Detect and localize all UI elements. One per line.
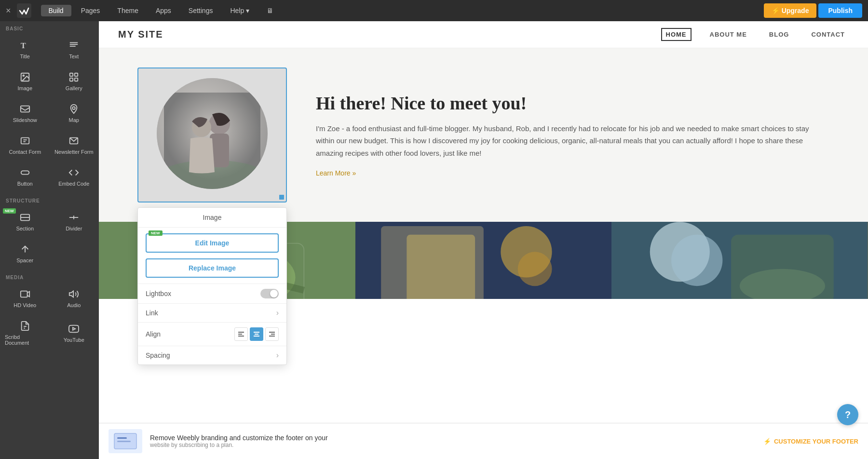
tab-help[interactable]: Help ▾ bbox=[222, 5, 257, 16]
sidebar-item-embed-code[interactable]: Embed Code bbox=[50, 162, 98, 192]
new-badge: NEW bbox=[3, 208, 16, 214]
top-navigation: × Build Pages Theme Apps Settings Help ▾… bbox=[0, 0, 868, 21]
sidebar-item-spacer-label: Spacer bbox=[16, 257, 33, 263]
sidebar-item-divider-label: Divider bbox=[66, 226, 82, 231]
hero-learn-more-link[interactable]: Learn More » bbox=[316, 169, 356, 177]
site-navigation: HOME ABOUT ME BLOG CONTACT bbox=[661, 28, 849, 41]
svg-rect-11 bbox=[21, 106, 29, 112]
sidebar-item-newsletter-label: Newsletter Form bbox=[54, 149, 94, 155]
nav-item-contact[interactable]: CONTACT bbox=[807, 29, 849, 40]
sidebar-section-media: MEDIA bbox=[0, 270, 99, 282]
align-center-button[interactable] bbox=[250, 327, 263, 341]
sidebar-structure-grid: NEW Section Divider Spacer bbox=[0, 205, 99, 270]
sidebar-section-structure: STRUCTURE bbox=[0, 193, 99, 205]
sidebar-item-map[interactable]: Map bbox=[50, 98, 98, 129]
sidebar-item-divider[interactable]: Divider bbox=[50, 206, 98, 237]
replace-image-button[interactable]: Replace Image bbox=[146, 258, 279, 278]
svg-point-55 bbox=[671, 235, 722, 286]
link-label: Link bbox=[146, 309, 276, 317]
sidebar-item-button-label: Button bbox=[17, 181, 33, 187]
sidebar-item-audio[interactable]: Audio bbox=[50, 283, 98, 314]
link-row[interactable]: Link › bbox=[138, 303, 286, 322]
spacing-row[interactable]: Spacing › bbox=[138, 346, 286, 364]
sidebar-item-slideshow-label: Slideshow bbox=[13, 117, 37, 123]
sidebar-item-section-label: Section bbox=[16, 226, 34, 231]
device-toggle[interactable]: 🖥 bbox=[259, 5, 281, 16]
sidebar-item-youtube-label: YouTube bbox=[64, 337, 84, 343]
site-header: MY SITE HOME ABOUT ME BLOG CONTACT bbox=[99, 21, 868, 48]
couple-photo bbox=[157, 78, 268, 189]
svg-rect-13 bbox=[21, 138, 29, 144]
lightbox-toggle[interactable] bbox=[260, 289, 279, 298]
toggle-knob bbox=[270, 290, 278, 297]
website-preview: MY SITE HOME ABOUT ME BLOG CONTACT bbox=[99, 21, 868, 459]
footer-banner-title: Remove Weebly branding and customize the… bbox=[150, 434, 756, 442]
upgrade-button[interactable]: ⚡ Upgrade bbox=[764, 3, 817, 18]
weebly-logo bbox=[17, 3, 31, 18]
sidebar-item-image-label: Image bbox=[17, 85, 32, 91]
food-image-2 bbox=[355, 222, 612, 299]
image-circle bbox=[157, 78, 268, 189]
sidebar-media-grid: HD Video Audio Scribd Document YouTube bbox=[0, 282, 99, 352]
svg-point-52 bbox=[517, 252, 552, 286]
align-right-button[interactable] bbox=[265, 327, 279, 341]
sidebar-item-audio-label: Audio bbox=[67, 302, 81, 308]
footer-banner-subtitle: website by subscribing to a plan. bbox=[150, 442, 756, 448]
hero-heading: Hi there! Nice to meet you! bbox=[316, 93, 829, 114]
sidebar-item-map-label: Map bbox=[69, 117, 79, 123]
sidebar-item-contact-form[interactable]: Contact Form bbox=[1, 130, 49, 161]
nav-item-about[interactable]: ABOUT ME bbox=[706, 29, 751, 40]
site-body: Image NEW Edit Image Replace Image Light… bbox=[99, 48, 868, 299]
tab-pages[interactable]: Pages bbox=[73, 5, 108, 16]
sidebar-item-youtube[interactable]: YouTube bbox=[50, 315, 98, 351]
customize-footer-button[interactable]: ⚡ CUSTOMIZE YOUR FOOTER bbox=[763, 438, 858, 445]
spacing-label: Spacing bbox=[146, 351, 276, 359]
resize-handle[interactable] bbox=[279, 195, 284, 200]
sidebar-item-scribd-label: Scribd Document bbox=[5, 334, 45, 346]
sidebar-item-contact-form-label: Contact Form bbox=[9, 149, 41, 155]
sidebar-item-title-label: Title bbox=[20, 54, 30, 59]
image-widget[interactable] bbox=[137, 68, 287, 202]
svg-rect-9 bbox=[70, 78, 73, 81]
help-fab-button[interactable]: ? bbox=[837, 404, 858, 425]
nav-item-home[interactable]: HOME bbox=[661, 28, 692, 41]
sidebar-item-slideshow[interactable]: Slideshow bbox=[1, 98, 49, 129]
sidebar-item-image[interactable]: Image bbox=[1, 66, 49, 97]
footer-banner-text: Remove Weebly branding and customize the… bbox=[150, 434, 756, 448]
sidebar-item-section[interactable]: NEW Section bbox=[1, 206, 49, 237]
sidebar-item-text[interactable]: Text bbox=[50, 34, 98, 65]
image-widget-container: Image NEW Edit Image Replace Image Light… bbox=[137, 68, 287, 202]
site-title: MY SITE bbox=[118, 29, 163, 40]
sidebar-item-text-label: Text bbox=[69, 54, 79, 59]
sidebar-item-hd-video[interactable]: HD Video bbox=[1, 283, 49, 314]
sidebar-item-button[interactable]: Button bbox=[1, 162, 49, 192]
sidebar-item-spacer[interactable]: Spacer bbox=[1, 238, 49, 269]
close-button[interactable]: × bbox=[6, 6, 11, 16]
hero-body: I'm Zoe - a food enthusiast and full-tim… bbox=[316, 122, 829, 160]
lightbox-row[interactable]: Lightbox bbox=[138, 284, 286, 303]
lightbox-label: Lightbox bbox=[146, 290, 260, 297]
align-left-button[interactable] bbox=[234, 327, 248, 341]
svg-rect-8 bbox=[75, 73, 78, 76]
svg-rect-59 bbox=[117, 437, 127, 439]
image-popup: Image NEW Edit Image Replace Image Light… bbox=[137, 207, 287, 365]
tab-apps[interactable]: Apps bbox=[148, 5, 179, 16]
sidebar-section-basic: BASIC bbox=[0, 21, 99, 33]
nav-item-blog[interactable]: BLOG bbox=[765, 29, 793, 40]
tab-theme[interactable]: Theme bbox=[109, 5, 146, 16]
tab-settings[interactable]: Settings bbox=[181, 5, 221, 16]
tab-build[interactable]: Build bbox=[41, 5, 71, 16]
sidebar-item-title[interactable]: T Title bbox=[1, 34, 49, 65]
align-buttons bbox=[234, 327, 279, 341]
svg-rect-60 bbox=[117, 441, 131, 442]
sidebar-item-gallery[interactable]: Gallery bbox=[50, 66, 98, 97]
customize-footer-label: CUSTOMIZE YOUR FOOTER bbox=[774, 438, 858, 445]
sidebar-item-newsletter[interactable]: Newsletter Form bbox=[50, 130, 98, 161]
svg-text:T: T bbox=[21, 41, 26, 50]
align-row: Align bbox=[138, 322, 286, 346]
edit-image-button[interactable]: NEW Edit Image bbox=[146, 233, 279, 253]
lightning-icon: ⚡ bbox=[763, 438, 771, 445]
publish-button[interactable]: Publish bbox=[818, 3, 862, 18]
svg-rect-7 bbox=[70, 73, 73, 76]
sidebar-item-scribd-document[interactable]: Scribd Document bbox=[1, 315, 49, 351]
